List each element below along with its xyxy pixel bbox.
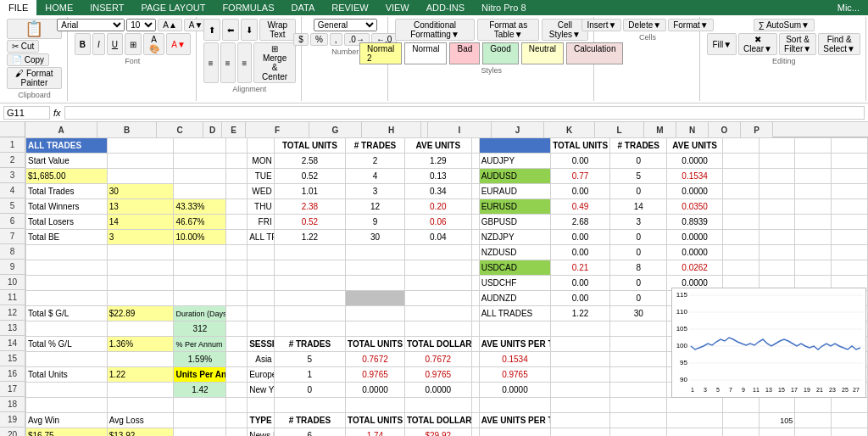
cell-c15[interactable]: 1.59% bbox=[174, 352, 226, 367]
cell-o5[interactable] bbox=[795, 199, 832, 215]
cell-p20[interactable] bbox=[832, 428, 868, 437]
cell-c1[interactable] bbox=[174, 138, 226, 154]
cell-e10[interactable] bbox=[248, 276, 275, 291]
cell-a4[interactable]: Total Trades bbox=[26, 184, 108, 199]
cell-h7[interactable]: 0.04 bbox=[404, 230, 471, 245]
cell-d1[interactable] bbox=[226, 138, 248, 154]
cell-k14[interactable] bbox=[609, 337, 667, 352]
cell-j19[interactable] bbox=[551, 413, 610, 428]
cell-b9[interactable] bbox=[107, 260, 174, 276]
cell-j16[interactable] bbox=[551, 367, 610, 383]
cell-h3[interactable]: 0.13 bbox=[404, 169, 471, 184]
cell-n2[interactable] bbox=[759, 154, 795, 169]
cell-f20[interactable]: 6 bbox=[274, 428, 345, 437]
cell-g2[interactable]: 2 bbox=[346, 154, 405, 169]
normal2-style[interactable]: Normal 2 bbox=[359, 42, 402, 64]
cell-j1[interactable]: TOTAL UNITS bbox=[551, 138, 610, 154]
cell-e12[interactable] bbox=[248, 306, 275, 321]
cell-i13[interactable] bbox=[479, 321, 550, 337]
cell-e7[interactable]: ALL TRADES bbox=[248, 230, 275, 245]
cell-a18[interactable] bbox=[26, 398, 108, 413]
cell-e19[interactable]: TYPE bbox=[248, 413, 275, 428]
cell-g13[interactable] bbox=[346, 321, 405, 337]
cell-e2[interactable]: MON bbox=[248, 154, 275, 169]
cell-e1[interactable] bbox=[248, 138, 275, 154]
cell-j7[interactable]: 0.00 bbox=[551, 230, 610, 245]
cell-p6[interactable] bbox=[832, 215, 868, 230]
cell-i5[interactable]: EURUSD bbox=[479, 199, 550, 215]
cell-k3[interactable]: 5 bbox=[609, 169, 667, 184]
cell-g18[interactable] bbox=[346, 398, 405, 413]
cell-a5[interactable]: Total Winners bbox=[26, 199, 108, 215]
cell-d16[interactable] bbox=[226, 367, 248, 383]
cell-j17[interactable] bbox=[551, 383, 610, 398]
cell-g5[interactable]: 12 bbox=[346, 199, 405, 215]
cell-g19[interactable]: TOTAL UNITS bbox=[346, 413, 405, 428]
normal-style[interactable]: Normal bbox=[404, 42, 447, 64]
cell-l3[interactable]: 0.1534 bbox=[667, 169, 722, 184]
align-top-button[interactable]: ⬆ bbox=[203, 19, 220, 41]
cell-b8[interactable] bbox=[107, 245, 174, 260]
cell-b6[interactable]: 14 bbox=[107, 215, 174, 230]
cell-p3[interactable] bbox=[832, 169, 868, 184]
cell-d3[interactable] bbox=[226, 169, 248, 184]
tab-data[interactable]: DATA bbox=[283, 0, 324, 15]
cell-p9[interactable] bbox=[832, 260, 868, 276]
cell-c12[interactable]: Duration (Days) bbox=[174, 306, 226, 321]
cell-a2[interactable]: Start Value bbox=[26, 154, 108, 169]
cell-o1[interactable] bbox=[795, 138, 832, 154]
cell-e18[interactable] bbox=[248, 398, 275, 413]
cell-f8[interactable] bbox=[274, 245, 345, 260]
cell-g4[interactable]: 3 bbox=[346, 184, 405, 199]
cell-a10[interactable] bbox=[26, 276, 108, 291]
cell-f9[interactable] bbox=[274, 260, 345, 276]
cell-e8[interactable] bbox=[248, 245, 275, 260]
cell-c20[interactable] bbox=[174, 428, 226, 437]
cell-d10[interactable] bbox=[226, 276, 248, 291]
cell-b19[interactable]: Avg Loss bbox=[107, 413, 174, 428]
cell-e16[interactable]: Europe bbox=[248, 367, 275, 383]
cell-a14[interactable]: Total % G/L bbox=[26, 337, 108, 352]
cell-k11[interactable]: 0 bbox=[609, 291, 667, 306]
cell-d8[interactable] bbox=[226, 245, 248, 260]
cell-l4[interactable]: 0.0000 bbox=[667, 184, 722, 199]
cell-c14[interactable]: % Per Annum bbox=[174, 337, 226, 352]
cell-c6[interactable]: 46.67% bbox=[174, 215, 226, 230]
cell-j15[interactable] bbox=[551, 352, 610, 367]
cell-g8[interactable] bbox=[346, 245, 405, 260]
cell-c7[interactable]: 10.00% bbox=[174, 230, 226, 245]
cell-c9[interactable] bbox=[174, 260, 226, 276]
cell-o6[interactable] bbox=[795, 215, 832, 230]
cell-n9[interactable] bbox=[759, 260, 795, 276]
cell-i1[interactable] bbox=[479, 138, 550, 154]
cell-k17[interactable] bbox=[609, 383, 667, 398]
cell-e9[interactable] bbox=[248, 260, 275, 276]
cell-g3[interactable]: 4 bbox=[346, 169, 405, 184]
clear-button[interactable]: ✖ Clear▼ bbox=[738, 33, 777, 55]
cell-j3[interactable]: 0.77 bbox=[551, 169, 610, 184]
tab-view[interactable]: VIEW bbox=[377, 0, 418, 15]
cell-d7[interactable] bbox=[226, 230, 248, 245]
cell-a1[interactable]: ALL TRADES bbox=[26, 138, 108, 154]
cell-d13[interactable] bbox=[226, 321, 248, 337]
font-grow-button[interactable]: A▲ bbox=[158, 19, 182, 31]
cell-i9[interactable]: USDCAD bbox=[479, 260, 550, 276]
cell-b12[interactable]: $22.89 bbox=[107, 306, 174, 321]
cell-k2[interactable]: 0 bbox=[609, 154, 667, 169]
bad-style[interactable]: Bad bbox=[449, 42, 480, 64]
cell-a12[interactable]: Total $ G/L bbox=[26, 306, 108, 321]
cell-c4[interactable] bbox=[174, 184, 226, 199]
cell-f2[interactable]: 2.58 bbox=[274, 154, 345, 169]
cell-c2[interactable] bbox=[174, 154, 226, 169]
merge-center-button[interactable]: ⊞ Merge & Center bbox=[253, 42, 295, 83]
cell-a17[interactable] bbox=[26, 383, 108, 398]
cell-k6[interactable]: 3 bbox=[609, 215, 667, 230]
sort-filter-button[interactable]: Sort & Filter▼ bbox=[779, 33, 816, 55]
cell-o9[interactable] bbox=[795, 260, 832, 276]
cell-p5[interactable] bbox=[832, 199, 868, 215]
cell-d6[interactable] bbox=[226, 215, 248, 230]
cell-a15[interactable] bbox=[26, 352, 108, 367]
cell-b11[interactable] bbox=[107, 291, 174, 306]
cell-h8[interactable] bbox=[404, 245, 471, 260]
align-right-button[interactable]: ≡ bbox=[237, 42, 253, 83]
